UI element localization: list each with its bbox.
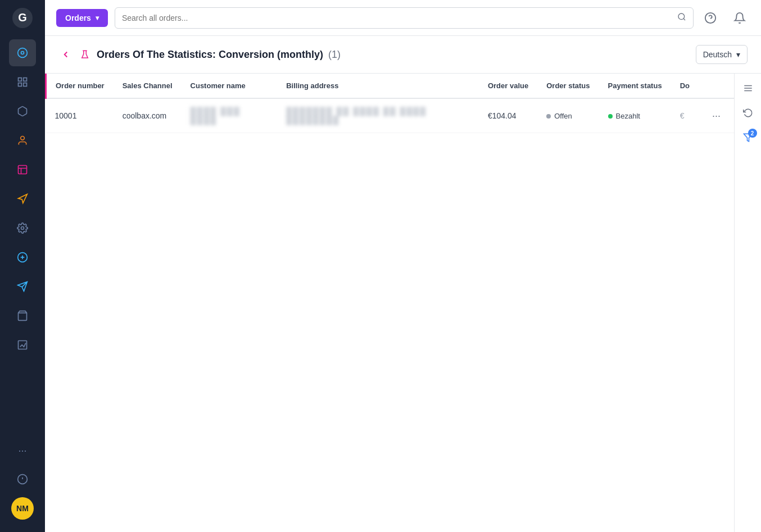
language-chevron-icon: ▾ [736,50,740,59]
cell-row-actions: ··· [699,98,734,133]
cell-payment-status: Bezahlt [599,98,671,133]
search-button[interactable] [677,12,686,24]
sidebar-item-dashboard[interactable] [9,39,36,66]
svg-rect-5 [24,78,27,81]
sidebar-item-products[interactable] [9,98,36,125]
svg-point-10 [21,227,24,230]
reset-button[interactable] [738,103,758,123]
svg-point-19 [678,13,685,20]
table-header-row: Order number Sales Channel Customer name… [46,74,735,98]
col-sales-channel: Sales Channel [114,74,182,98]
logo[interactable]: G [10,6,35,30]
topbar: Orders ▾ [45,0,761,36]
sidebar-item-add[interactable] [9,244,36,271]
sidebar-item-basket[interactable] [9,302,36,329]
sidebar-nav [0,39,45,440]
col-billing-address: Billing address [277,74,479,98]
svg-rect-7 [24,83,27,87]
table-row[interactable]: 10001 coolbax.com ████ ███ ████ ███████ … [46,98,735,133]
svg-rect-4 [19,78,22,81]
sidebar-item-reports[interactable] [9,156,36,183]
row-more-button[interactable]: ··· [708,108,725,124]
sidebar-item-marketing[interactable] [9,185,36,212]
sidebar-bottom: ··· NM [9,440,36,526]
order-status-dot [546,114,551,119]
payment-status-dot [608,114,613,119]
orders-dropdown-chevron: ▾ [96,14,99,22]
filter-count-badge: 2 [748,129,757,138]
sidebar-item-launch[interactable] [9,273,36,300]
filter-button[interactable]: 2 [738,128,758,148]
sidebar-more[interactable]: ··· [13,440,31,461]
back-button[interactable] [58,47,73,62]
col-customer-name: Customer name [182,74,278,98]
svg-point-3 [21,52,24,54]
page-title: Orders Of The Statistics: Conversion (mo… [97,49,689,61]
sidebar-item-analytics[interactable] [9,331,36,358]
search-input[interactable] [122,13,673,22]
page-header: Orders Of The Statistics: Conversion (mo… [45,36,761,74]
col-order-value: Order value [479,74,537,98]
col-payment-status: Payment status [599,74,671,98]
columns-toggle-button[interactable] [738,78,758,98]
sidebar-item-customers[interactable] [9,127,36,154]
cell-order-status: Offen [537,98,599,133]
topbar-actions [700,8,750,28]
orders-dropdown-button[interactable]: Orders ▾ [56,9,108,27]
cell-customer-name: ████ ███ ████ [182,98,278,133]
col-doc: Do [671,74,699,98]
cell-sales-channel: coolbax.com [114,98,182,133]
notification-icon[interactable] [730,8,750,28]
svg-point-2 [18,48,28,58]
sidebar-item-info[interactable] [9,466,36,493]
col-actions [699,74,734,98]
language-selector[interactable]: Deutsch ▾ [696,45,748,64]
flask-icon [80,49,90,60]
svg-point-8 [21,137,25,140]
content-row: Order number Sales Channel Customer name… [45,74,761,532]
sidebar-item-orders[interactable] [9,69,36,96]
help-icon[interactable] [700,8,721,28]
sidebar: G [0,0,45,532]
cell-doc: € [671,98,699,133]
avatar[interactable]: NM [11,497,34,520]
orders-table: Order number Sales Channel Customer name… [45,74,734,133]
cell-order-value: €104.04 [479,98,537,133]
col-order-number: Order number [46,74,114,98]
cell-billing-address: ███████ ██ ████ ██ ████ ████████ [277,98,479,133]
sidebar-item-settings[interactable] [9,215,36,242]
svg-rect-9 [19,166,27,174]
svg-line-20 [683,19,685,20]
table-scroll: Order number Sales Channel Customer name… [45,74,734,532]
right-toolbar: 2 [734,74,761,532]
svg-text:G: G [18,11,27,24]
main-content: Orders ▾ [45,0,761,532]
search-container [115,7,694,29]
svg-rect-6 [19,83,22,87]
cell-order-number: 10001 [46,98,114,133]
col-order-status: Order status [537,74,599,98]
